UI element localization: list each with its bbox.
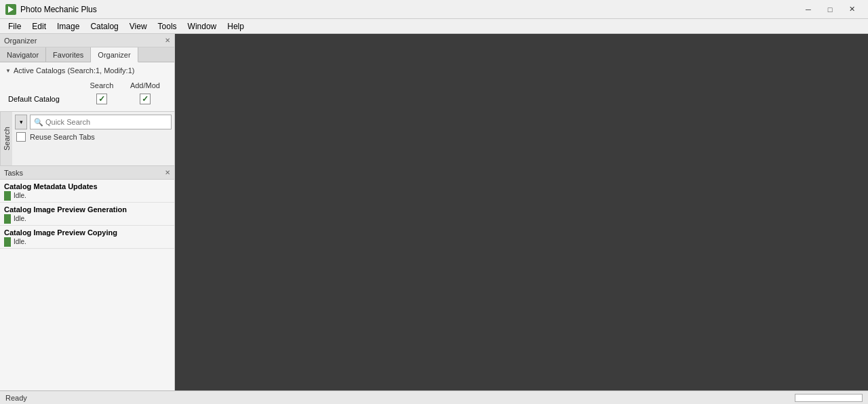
progress-block-1 (4, 191, 11, 201)
tab-favorites[interactable]: Favorites (46, 47, 91, 62)
collapse-icon: ▼ (5, 68, 11, 74)
catalog-name: Default Catalog (5, 91, 82, 107)
organizer-label: Organizer (4, 37, 37, 45)
task-progress-3: Idle. (4, 237, 170, 247)
tab-organizer[interactable]: Organizer (91, 47, 138, 62)
col-search-header: Search (82, 80, 121, 91)
search-dropdown-button[interactable]: ▾ (15, 115, 27, 129)
menu-help[interactable]: Help (222, 20, 250, 33)
svg-marker-0 (8, 6, 14, 13)
menu-edit[interactable]: Edit (26, 20, 52, 33)
left-panel: Organizer ✕ Navigator Favorites Organize… (0, 34, 175, 390)
app-title: Photo Mechanic Plus (20, 5, 797, 14)
organizer-header: Organizer ✕ (0, 34, 174, 47)
app-icon (5, 4, 16, 15)
task-title-2: Catalog Image Preview Generation (4, 205, 170, 214)
status-bar-right (789, 394, 863, 402)
addmod-checkbox[interactable] (140, 94, 151, 104)
active-catalogs: ▼ Active Catalogs (Search:1, Modify:1) S… (0, 62, 174, 112)
search-top-row: ▾ 🔍 (15, 115, 172, 129)
tab-navigator[interactable]: Navigator (0, 47, 46, 62)
col-name-header (5, 80, 82, 91)
task-progress-2: Idle. (4, 214, 170, 224)
progress-block-2 (4, 214, 11, 224)
status-bar: Ready (0, 390, 868, 404)
organizer-tab-bar: Navigator Favorites Organizer (0, 47, 174, 62)
tasks-close-button[interactable]: ✕ (165, 169, 170, 176)
task-status-2: Idle. (14, 215, 26, 222)
table-row: Default Catalog (5, 91, 169, 107)
menu-catalog[interactable]: Catalog (85, 20, 123, 33)
search-panel: Search ▾ 🔍 Reuse Search Tabs (0, 112, 174, 166)
search-checkbox[interactable] (96, 94, 107, 104)
menu-bar: File Edit Image Catalog View Tools Windo… (0, 19, 868, 34)
menu-file[interactable]: File (3, 20, 26, 33)
organizer-close-button[interactable]: ✕ (165, 37, 170, 44)
task-progress-1: Idle. (4, 191, 170, 201)
col-addmod-header: Add/Mod (121, 80, 169, 91)
title-bar: Photo Mechanic Plus ─ □ ✕ (0, 0, 868, 19)
active-catalogs-header[interactable]: ▼ Active Catalogs (Search:1, Modify:1) (5, 66, 169, 75)
menu-view[interactable]: View (124, 20, 153, 33)
progress-block-3 (4, 237, 11, 247)
menu-tools[interactable]: Tools (153, 20, 182, 33)
reuse-row: Reuse Search Tabs (15, 132, 172, 142)
organizer-section: Organizer ✕ Navigator Favorites Organize… (0, 34, 174, 112)
menu-image[interactable]: Image (52, 20, 85, 33)
list-item: Catalog Image Preview Copying Idle. (0, 226, 174, 249)
search-content: ▾ 🔍 Reuse Search Tabs (12, 112, 174, 165)
catalog-table: Search Add/Mod Default Catalog (5, 80, 169, 107)
list-item: Catalog Image Preview Generation Idle. (0, 203, 174, 226)
tasks-label: Tasks (4, 169, 23, 177)
close-button[interactable]: ✕ (841, 3, 863, 16)
task-status-1: Idle. (14, 192, 26, 199)
status-text: Ready (5, 394, 27, 402)
task-title-3: Catalog Image Preview Copying (4, 228, 170, 237)
tasks-header: Tasks ✕ (0, 166, 174, 180)
search-vertical-label: Search (0, 112, 12, 165)
reuse-tabs-label: Reuse Search Tabs (30, 133, 95, 141)
task-status-3: Idle. (14, 238, 26, 245)
minimize-button[interactable]: ─ (797, 3, 819, 16)
main-area: Organizer ✕ Navigator Favorites Organize… (0, 34, 868, 390)
tasks-section: Tasks ✕ Catalog Metadata Updates Idle. C… (0, 166, 174, 390)
search-input-wrapper: 🔍 (30, 115, 172, 129)
reuse-tabs-checkbox[interactable] (16, 132, 26, 142)
maximize-button[interactable]: □ (819, 3, 841, 16)
right-panel (175, 34, 868, 390)
status-progress-bar (795, 394, 863, 402)
menu-window[interactable]: Window (182, 20, 222, 33)
window-controls: ─ □ ✕ (797, 3, 863, 16)
search-input[interactable] (30, 115, 172, 129)
list-item: Catalog Metadata Updates Idle. (0, 180, 174, 203)
task-title-1: Catalog Metadata Updates (4, 182, 170, 190)
active-catalogs-title: Active Catalogs (Search:1, Modify:1) (14, 66, 135, 75)
